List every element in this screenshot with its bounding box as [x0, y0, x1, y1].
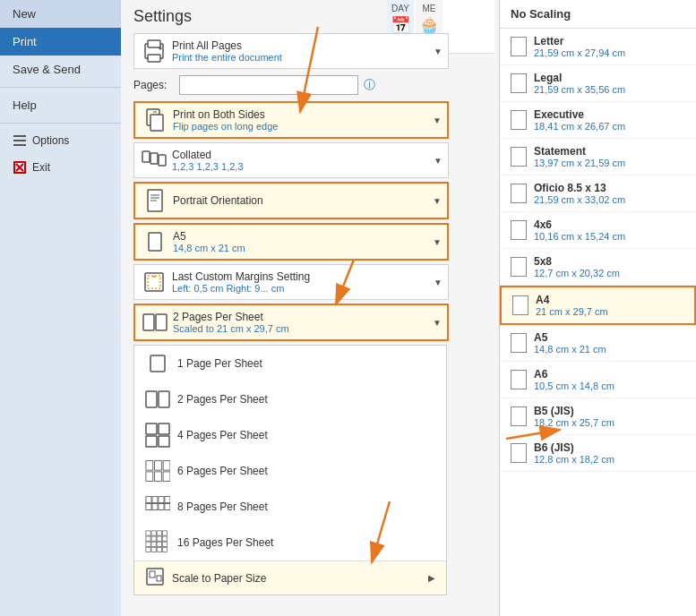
pps-label-8: 8 Pages Per Sheet: [177, 500, 268, 513]
paper-size-item-b5-(jis)[interactable]: B5 (JIS) 18,2 cm x 25,7 cm: [500, 398, 696, 435]
collated-text: Collated 1,2,3 1,2,3 1,2,3: [172, 149, 441, 172]
print-both-sides-sub: Flip pages on long edge: [173, 121, 440, 132]
paper-info-1: Legal 21,59 cm x 35,56 cm: [534, 72, 625, 95]
svg-rect-36: [146, 472, 153, 482]
paper-size-item-a6[interactable]: A6 10,5 cm x 14,8 cm: [500, 362, 696, 398]
svg-rect-38: [163, 472, 170, 482]
svg-rect-60: [151, 547, 156, 552]
sidebar-item-save-send[interactable]: Save & Send: [0, 56, 121, 83]
svg-rect-56: [151, 542, 156, 546]
svg-rect-14: [150, 153, 158, 164]
a5-text: A5 14,8 cm x 21 cm: [173, 230, 440, 253]
paper-dim-10: 18,2 cm x 25,7 cm: [534, 417, 614, 428]
pps-icon-16: [145, 530, 170, 555]
paper-icon-6: [511, 257, 527, 277]
pps-icon-8: [145, 494, 170, 519]
paper-info-9: A6 10,5 cm x 14,8 cm: [534, 368, 614, 391]
svg-rect-0: [13, 135, 26, 137]
pps-icon-2: [145, 387, 170, 412]
paper-dim-6: 12,7 cm x 20,32 cm: [534, 268, 620, 278]
paper-icon-9: [511, 370, 527, 389]
custom-margins-icon: [142, 270, 167, 295]
sidebar-item-print[interactable]: Print: [0, 28, 121, 56]
paper-name-11: B6 (JIS): [534, 441, 614, 454]
print-both-sides-row[interactable]: Print on Both Sides Flip pages on long e…: [133, 101, 449, 139]
sidebar-item-exit[interactable]: Exit: [0, 154, 121, 181]
pages-input[interactable]: [179, 75, 358, 95]
paper-name-10: B5 (JIS): [534, 405, 614, 417]
svg-rect-48: [151, 531, 156, 535]
paper-size-item-a4[interactable]: A4 21 cm x 29,7 cm: [500, 286, 696, 325]
paper-size-item-5x8[interactable]: 5x8 12,7 cm x 20,32 cm: [500, 249, 696, 286]
paper-size-item-legal[interactable]: Legal 21,59 cm x 35,56 cm: [500, 65, 696, 102]
svg-rect-41: [159, 497, 164, 503]
cal-day-label: DAY: [391, 4, 409, 13]
print-all-pages-text: Print All Pages Print the entire documen…: [172, 39, 441, 63]
pps-item-1[interactable]: 1 Page Per Sheet: [134, 346, 446, 381]
paper-size-item-executive[interactable]: Executive 18,41 cm x 26,67 cm: [500, 102, 696, 139]
custom-margins-row[interactable]: Last Custom Margins Setting Left: 0,5 cm…: [133, 264, 449, 300]
paper-size-item-oficio-8.5-x-13[interactable]: Oficio 8.5 x 13 21,59 cm x 33,02 cm: [500, 175, 696, 212]
svg-rect-45: [159, 504, 164, 510]
settings-panel: Settings Print All Pages Print the entir…: [121, 0, 461, 603]
pages-per-sheet-text: 2 Pages Per Sheet Scaled to 21 cm x 29,7…: [173, 311, 440, 334]
pages-per-sheet-row[interactable]: 2 Pages Per Sheet Scaled to 21 cm x 29,7…: [133, 304, 449, 341]
a5-row[interactable]: A5 14,8 cm x 21 cm ▼: [133, 223, 449, 261]
paper-dim-3: 13,97 cm x 21,59 cm: [534, 158, 625, 168]
pps-item-8[interactable]: 8 Pages Per Sheet: [134, 489, 446, 525]
svg-rect-44: [152, 504, 158, 510]
paper-info-4: Oficio 8.5 x 13 21,59 cm x 33,02 cm: [534, 182, 625, 205]
print-both-sides-title: Print on Both Sides: [173, 108, 440, 121]
svg-rect-43: [146, 504, 151, 510]
pages-per-sheet-title: 2 Pages Per Sheet: [173, 311, 440, 323]
pps-label-6: 6 Pages Per Sheet: [177, 465, 268, 477]
svg-rect-13: [142, 151, 150, 162]
paper-size-item-statement[interactable]: Statement 13,97 cm x 21,59 cm: [500, 139, 696, 175]
print-all-pages-icon: [142, 38, 167, 64]
portrait-row[interactable]: Portrait Orientation ▼: [133, 182, 449, 219]
svg-point-9: [159, 47, 162, 50]
sidebar-item-options[interactable]: Options: [0, 127, 121, 154]
a5-title: A5: [173, 230, 440, 243]
paper-size-item-4x6[interactable]: 4x6 10,16 cm x 15,24 cm: [500, 212, 696, 249]
svg-rect-55: [146, 542, 150, 546]
paper-dim-4: 21,59 cm x 33,02 cm: [534, 194, 625, 205]
sidebar-divider-2: [0, 123, 121, 124]
paper-dim-7: 21 cm x 29,7 cm: [536, 306, 608, 317]
sidebar-divider: [0, 87, 121, 88]
scale-to-paper-item[interactable]: Scale to Paper Size ▶: [134, 560, 446, 595]
sidebar-item-help[interactable]: Help: [0, 91, 121, 119]
print-both-sides-icon: [142, 107, 168, 133]
collated-sub: 1,2,3 1,2,3 1,2,3: [172, 161, 441, 172]
pps-item-2[interactable]: 2 Pages Per Sheet: [134, 381, 446, 417]
pages-info-icon[interactable]: ⓘ: [364, 77, 375, 93]
svg-rect-50: [162, 531, 167, 535]
paper-icon-0: [511, 37, 527, 56]
paper-dim-11: 12,8 cm x 18,2 cm: [534, 454, 614, 465]
pps-item-4[interactable]: 4 Pages Per Sheet: [134, 417, 446, 453]
custom-margins-sub: Left: 0,5 cm Right: 9... cm: [172, 283, 441, 294]
print-both-sides-arrow: ▼: [433, 116, 442, 125]
scale-label: Scale to Paper Size: [172, 572, 266, 585]
svg-rect-57: [157, 542, 161, 546]
paper-dim-1: 21,59 cm x 35,56 cm: [534, 84, 625, 95]
pps-item-16[interactable]: 16 Pages Per Sheet: [134, 525, 446, 560]
collated-row[interactable]: Collated 1,2,3 1,2,3 1,2,3 ▼: [133, 142, 449, 178]
pps-label-16: 16 Pages Per Sheet: [177, 536, 273, 549]
print-all-pages-row[interactable]: Print All Pages Print the entire documen…: [133, 33, 449, 69]
pps-item-6[interactable]: 6 Pages Per Sheet: [134, 453, 446, 489]
svg-rect-40: [152, 497, 158, 503]
svg-rect-33: [146, 461, 153, 471]
svg-rect-51: [146, 536, 150, 541]
svg-rect-35: [163, 461, 170, 471]
sidebar-item-new[interactable]: New: [0, 0, 121, 28]
paper-name-8: A5: [534, 331, 606, 344]
options-icon: [13, 133, 27, 148]
paper-size-item-b6-(jis)[interactable]: B6 (JIS) 12,8 cm x 18,2 cm: [500, 435, 696, 472]
svg-rect-25: [156, 314, 167, 330]
svg-rect-31: [146, 436, 157, 447]
paper-size-item-a5[interactable]: A5 14,8 cm x 21 cm: [500, 325, 696, 362]
paper-size-item-letter[interactable]: Letter 21,59 cm x 27,94 cm: [500, 29, 696, 65]
paper-size-list: Letter 21,59 cm x 27,94 cm Legal 21,59 c…: [500, 29, 696, 472]
paper-name-0: Letter: [534, 35, 625, 47]
